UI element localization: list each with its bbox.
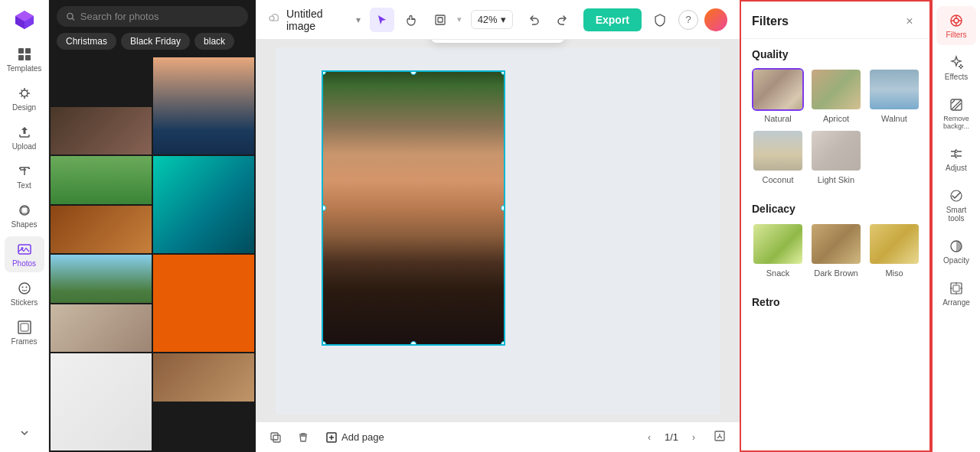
- walnut-thumb: [868, 68, 920, 111]
- list-item[interactable]: [51, 304, 152, 353]
- delete-button[interactable]: [292, 427, 314, 448]
- doc-caret[interactable]: ▾: [356, 15, 361, 25]
- help-button[interactable]: ?: [678, 10, 698, 30]
- select-tool-button[interactable]: [370, 8, 394, 32]
- coconut-label: Coconut: [763, 175, 794, 184]
- search-input[interactable]: [80, 11, 239, 22]
- sidebar-item-shapes[interactable]: Shapes: [5, 197, 44, 233]
- lightskin-thumb: [810, 129, 862, 172]
- list-item[interactable]: [51, 57, 152, 106]
- image-content: [323, 72, 504, 344]
- resize-handle-bm[interactable]: [410, 341, 416, 346]
- right-panel-adjust[interactable]: Adjust: [936, 139, 976, 178]
- frame-caret[interactable]: ▾: [457, 15, 462, 24]
- snack-thumb: [752, 223, 804, 265]
- frames-icon: [16, 319, 33, 336]
- right-panel-smart-tools[interactable]: Smart tools: [936, 181, 976, 229]
- list-item[interactable]: [51, 107, 152, 155]
- avatar[interactable]: [704, 8, 727, 31]
- shapes-icon: [16, 202, 33, 219]
- sidebar-item-text[interactable]: Text: [5, 158, 44, 194]
- list-item[interactable]: [153, 57, 254, 154]
- frames-label: Frames: [11, 337, 38, 346]
- resize-handle-br[interactable]: [501, 341, 505, 346]
- svg-point-10: [21, 287, 23, 288]
- filter-apricot[interactable]: Apricot: [810, 68, 862, 123]
- photos-label: Photos: [12, 259, 36, 268]
- svg-rect-6: [21, 207, 28, 213]
- filter-walnut[interactable]: Walnut: [868, 68, 920, 123]
- list-item[interactable]: [51, 206, 152, 254]
- svg-rect-1: [25, 48, 31, 54]
- sidebar-item-more[interactable]: [5, 420, 44, 446]
- list-item[interactable]: [153, 353, 254, 402]
- filter-coconut[interactable]: Coconut: [752, 129, 804, 184]
- darkbrown-label: Dark Brown: [814, 268, 858, 278]
- tag-black[interactable]: black: [194, 33, 234, 50]
- list-item[interactable]: [51, 255, 152, 303]
- list-item[interactable]: [51, 156, 152, 204]
- darkbrown-thumb: [810, 223, 862, 265]
- duplicate-button[interactable]: [265, 427, 286, 448]
- logo[interactable]: [11, 6, 38, 34]
- zoom-value: 42%: [478, 14, 498, 25]
- sidebar-item-stickers[interactable]: Stickers: [5, 275, 44, 311]
- filter-lightskin[interactable]: Light Skin: [810, 129, 862, 184]
- expand-button[interactable]: [709, 427, 730, 448]
- right-panel-opacity[interactable]: Opacity: [936, 232, 976, 271]
- adjust-icon: [948, 145, 965, 162]
- sidebar-item-templates[interactable]: Templates: [5, 41, 44, 77]
- list-item[interactable]: [51, 353, 152, 450]
- svg-rect-7: [18, 245, 31, 254]
- filter-snack[interactable]: Snack: [752, 223, 804, 278]
- miso-thumb: [868, 223, 920, 265]
- list-item[interactable]: [153, 255, 254, 352]
- export-button[interactable]: Export: [583, 8, 642, 31]
- right-panel-arrange[interactable]: Arrange: [936, 274, 976, 313]
- arrange-icon: [948, 280, 965, 297]
- list-item[interactable]: [153, 156, 254, 253]
- svg-rect-16: [438, 18, 443, 22]
- shield-button[interactable]: [648, 8, 672, 32]
- retro-title: Retro: [752, 296, 919, 308]
- sidebar-item-upload[interactable]: Upload: [5, 119, 44, 155]
- page-nav: ‹ 1/1 ›: [640, 428, 703, 447]
- svg-point-31: [956, 155, 958, 158]
- selected-image[interactable]: ↻: [322, 70, 505, 346]
- right-panel-filters[interactable]: Filters: [936, 6, 976, 45]
- tag-christmas[interactable]: Christmas: [57, 33, 116, 50]
- search-area: [49, 0, 256, 33]
- prev-page-button[interactable]: ‹: [640, 428, 658, 447]
- search-input-wrapper: [57, 6, 248, 27]
- upload-label: Upload: [12, 142, 37, 151]
- resize-handle-tr[interactable]: [501, 70, 505, 75]
- undo-button[interactable]: [522, 8, 547, 32]
- redo-button[interactable]: [550, 8, 574, 32]
- bottom-bar: Add page ‹ 1/1 ›: [256, 421, 740, 452]
- right-panel-remove-bg[interactable]: Remove backgr...: [936, 90, 976, 136]
- add-page-button[interactable]: Add page: [320, 428, 390, 446]
- add-page-label: Add page: [341, 431, 384, 443]
- sidebar-item-frames[interactable]: Frames: [5, 314, 44, 350]
- hand-tool-button[interactable]: [399, 8, 423, 32]
- filter-miso[interactable]: Miso: [868, 223, 920, 278]
- next-page-button[interactable]: ›: [684, 428, 703, 447]
- smart-tools-icon: [948, 187, 965, 204]
- sidebar-item-photos[interactable]: Photos: [5, 236, 44, 272]
- stickers-label: Stickers: [11, 298, 38, 307]
- filter-darkbrown[interactable]: Dark Brown: [810, 223, 862, 278]
- retro-section: Retro: [741, 287, 929, 325]
- top-bar-right: Export ?: [583, 8, 727, 32]
- filters-header: Filters ×: [741, 2, 929, 39]
- frame-tool-button[interactable]: [428, 8, 452, 32]
- tag-black-friday[interactable]: Black Friday: [121, 33, 190, 50]
- text-label: Text: [17, 181, 31, 190]
- right-panel-effects[interactable]: Effects: [936, 48, 976, 87]
- filter-natural[interactable]: Natural: [752, 68, 804, 123]
- svg-rect-13: [21, 324, 28, 331]
- filters-close-button[interactable]: ×: [900, 12, 919, 31]
- coconut-thumb: [752, 129, 804, 172]
- sidebar-item-design[interactable]: Design: [5, 80, 44, 116]
- resize-handle-mr[interactable]: [501, 205, 505, 211]
- zoom-control[interactable]: 42% ▾: [471, 10, 513, 29]
